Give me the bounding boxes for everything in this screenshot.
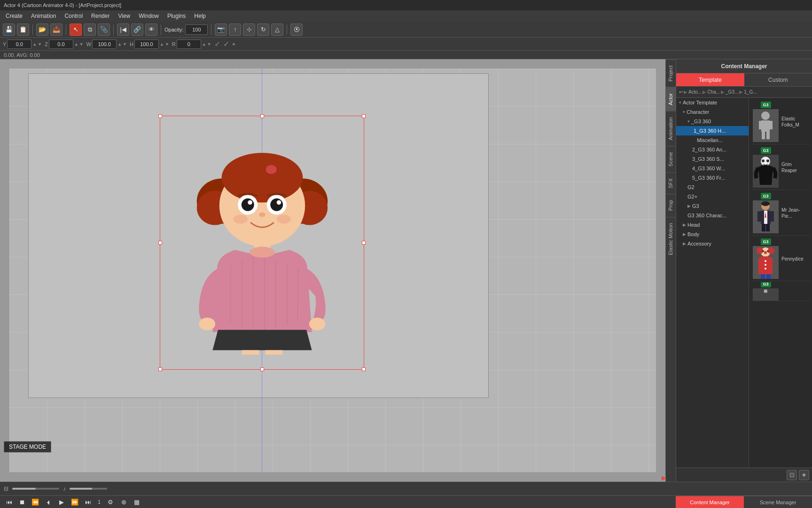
card-elastic-folks[interactable]: G3 [751, 100, 810, 144]
menu-help[interactable]: Help [190, 12, 210, 20]
card-grim-reaper[interactable]: G3 [751, 145, 810, 190]
w-input[interactable] [92, 40, 117, 49]
btn-timeline[interactable]: ▦ [132, 497, 142, 507]
tree-5-g3[interactable]: 5_G3 360 Fr... [676, 173, 749, 183]
tree-accessory[interactable]: ▶ Accessory [676, 239, 749, 248]
tab-template[interactable]: Template [676, 73, 744, 86]
tree-g3[interactable]: ▶ G3 [676, 201, 749, 211]
w-up[interactable]: ▲ [117, 42, 122, 47]
tree-g2[interactable]: G2 [676, 183, 749, 192]
tab-scene-manager[interactable]: Scene Manager [744, 496, 812, 508]
bc-char[interactable]: Cha... [707, 89, 720, 95]
tree-g2plus[interactable]: G2+ [676, 192, 749, 201]
btn-stop[interactable]: ⏹ [17, 497, 27, 507]
card-mr-jean[interactable]: G3 [751, 191, 810, 236]
z-down[interactable]: ▼ [79, 42, 84, 47]
tab-actor[interactable]: Actor [666, 87, 676, 111]
tab-animation[interactable]: Animation [666, 111, 676, 146]
secondary-toolbar: Y ▲ ▼ Z ▲ ▼ W ▲ ▼ H ▲ ▼ R ▲ ▼ ✓ ✓ ⌖ [0, 38, 812, 51]
h-up[interactable]: ▲ [160, 42, 164, 47]
add-button[interactable]: + [799, 470, 809, 480]
copy-button[interactable]: ⧉ [84, 24, 96, 36]
import-button[interactable]: 📥 [50, 24, 62, 36]
tab-sfx[interactable]: SFX [666, 172, 676, 194]
check-btn2[interactable]: ✓ [223, 40, 229, 48]
menu-render[interactable]: Render [87, 12, 113, 20]
tab-prop[interactable]: Prop [666, 194, 676, 216]
paste-button[interactable]: 📎 [98, 24, 110, 36]
btn-play[interactable]: ▶ [56, 497, 67, 507]
link-btn[interactable]: 🔗 [131, 24, 143, 36]
z-input[interactable] [49, 40, 73, 49]
menu-control[interactable]: Control [61, 12, 86, 20]
btn-settings[interactable]: ⚙ [105, 497, 116, 507]
tab-custom[interactable]: Custom [744, 73, 812, 86]
h-down[interactable]: ▼ [165, 42, 169, 47]
stage-mode-badge: STAGE MODE [4, 441, 51, 452]
tab-content-manager[interactable]: Content Manager [676, 496, 744, 508]
move-up-btn[interactable]: ↑ [229, 24, 241, 36]
btn-rewind[interactable]: ⏮ [4, 497, 14, 507]
tab-scene[interactable]: Scene [666, 146, 676, 172]
move-btn[interactable]: ⊹ [243, 24, 255, 36]
bc-actor[interactable]: Acto... [688, 89, 702, 95]
menu-view[interactable]: View [114, 12, 134, 20]
btn-prev-frame[interactable]: ⏪ [30, 497, 40, 507]
timeline-start[interactable]: ⊟ [4, 485, 8, 492]
tree-head[interactable]: ▶ Head [676, 220, 749, 230]
shape-btn[interactable]: △ [271, 24, 283, 36]
tree-body[interactable]: ▶ Body [676, 230, 749, 239]
timeline-slider[interactable] [12, 488, 59, 490]
save-button[interactable]: 💾 [3, 24, 15, 36]
card-partial[interactable]: G3 [751, 282, 810, 301]
bc-g3[interactable]: _G3... [726, 89, 738, 95]
menu-plugins[interactable]: Plugins [164, 12, 189, 20]
bc-back[interactable]: ↩ [679, 89, 683, 95]
eye-btn[interactable]: 👁 [145, 24, 157, 36]
btn-end[interactable]: ⏭ [83, 497, 93, 507]
select-tool[interactable]: ↖ [70, 24, 82, 36]
btn-next[interactable]: ⏩ [70, 497, 80, 507]
menu-animation[interactable]: Animation [27, 12, 60, 20]
open-button[interactable]: 📂 [36, 24, 48, 36]
tree-g3-360-char[interactable]: G3 360 Charac... [676, 211, 749, 220]
vol-slider[interactable] [70, 488, 107, 490]
tree-4-g3[interactable]: 4_G3 360 W... [676, 164, 749, 173]
svg-point-57 [767, 250, 769, 252]
r-input[interactable] [177, 40, 201, 49]
tree-g3-360[interactable]: ▾ _G3 360 [676, 117, 749, 126]
check-btn1[interactable]: ✓ [214, 40, 220, 48]
pivot-btn[interactable]: ⌖ [232, 41, 235, 48]
y-up[interactable]: ▲ [32, 42, 37, 47]
timeline-btn[interactable]: ⦿ [290, 24, 303, 36]
keyframe-btn[interactable]: |◀ [117, 24, 129, 36]
btn-record[interactable]: ⊛ [118, 497, 129, 507]
y-input[interactable] [7, 40, 31, 49]
tree-3-g3[interactable]: 3_G3 360 S... [676, 154, 749, 164]
r-down[interactable]: ▼ [207, 42, 211, 47]
z-up[interactable]: ▲ [74, 42, 78, 47]
tree-2-g3[interactable]: 2_G3 360 An... [676, 145, 749, 154]
tab-project[interactable]: Project [666, 59, 676, 87]
placeholder-btn[interactable]: ⊡ [787, 470, 797, 480]
tree-character[interactable]: ▾ Character [676, 107, 749, 117]
w-down[interactable]: ▼ [123, 42, 127, 47]
svg-point-15 [259, 213, 265, 217]
tree-1-g3-360[interactable]: 1_G3 360 H... [676, 126, 749, 135]
menu-create[interactable]: Create [2, 12, 26, 20]
btn-step-back[interactable]: ⏴ [43, 497, 54, 507]
bc-1g[interactable]: 1_G... [744, 89, 757, 95]
tab-elastic-motion[interactable]: Elastic Motion [666, 217, 676, 261]
card-pennydice[interactable]: G3 [751, 237, 810, 281]
tree-actor-template[interactable]: ▾ Actor Template [676, 98, 749, 107]
new-button[interactable]: 📋 [17, 24, 29, 36]
tree-miscellan[interactable]: Miscellan... [676, 135, 749, 145]
r-up[interactable]: ▲ [202, 42, 206, 47]
opacity-input[interactable] [185, 24, 208, 35]
canvas-area[interactable]: STAGE MODE [0, 59, 665, 482]
cam-btn[interactable]: 📷 [215, 24, 227, 36]
h-input[interactable] [134, 40, 159, 49]
menu-window[interactable]: Window [135, 12, 163, 20]
y-down[interactable]: ▼ [38, 42, 42, 47]
rotate-btn[interactable]: ↻ [257, 24, 269, 36]
